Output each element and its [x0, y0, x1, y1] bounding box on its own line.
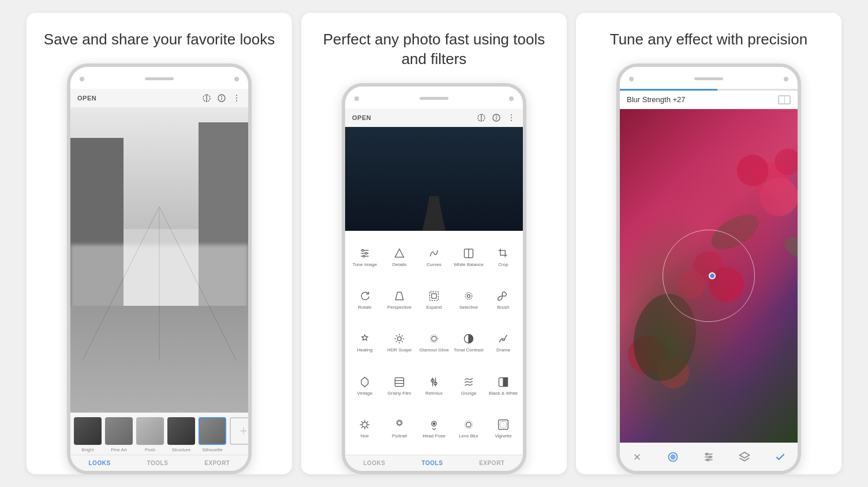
svg-point-52	[433, 423, 435, 425]
nav2-looks[interactable]: LOOKS	[364, 460, 386, 466]
phone2-camera-right	[509, 96, 514, 101]
tool-brush[interactable]: Brush	[486, 278, 521, 321]
svg-point-15	[496, 116, 497, 117]
more-icon[interactable]	[232, 93, 241, 103]
tool-grunge[interactable]: Grunge	[451, 364, 486, 407]
svg-point-32	[465, 293, 472, 299]
tool-selective[interactable]: Selective	[451, 278, 486, 321]
tool-portrait[interactable]: Portrait	[382, 407, 417, 450]
nav2-export[interactable]: EXPORT	[479, 460, 504, 466]
tool-label-tonal: Tonal Contrast	[454, 347, 484, 353]
nav2-tools[interactable]: TOOLS	[422, 460, 443, 466]
svg-point-22	[362, 249, 364, 251]
svg-rect-47	[503, 377, 508, 386]
phone-mockup-3: Blur Strength +27	[616, 63, 801, 474]
cancel-button[interactable]	[629, 449, 645, 465]
tool-glamour[interactable]: Glamour Glow	[417, 321, 451, 364]
tool-tonal[interactable]: Tonal Contrast	[451, 321, 486, 364]
nav-looks[interactable]: LOOKS	[89, 460, 111, 466]
svg-point-33	[398, 337, 402, 341]
tool-label-portrait: Portrait	[392, 433, 407, 439]
tool-drama[interactable]: Drama	[486, 321, 521, 364]
app-bar-icons-2	[477, 113, 516, 122]
card2-app-bar: OPEN	[345, 108, 523, 127]
svg-point-23	[365, 252, 367, 254]
svg-point-73	[672, 456, 674, 458]
tool-wb[interactable]: White Balance	[451, 235, 486, 278]
phone3-top-bar	[620, 67, 798, 89]
nav-tools[interactable]: TOOLS	[147, 460, 169, 466]
svg-line-9	[159, 207, 236, 361]
tool-label-vignette: Vignette	[495, 433, 511, 439]
tool-vignette[interactable]: Vignette	[486, 407, 521, 450]
confirm-button[interactable]	[772, 449, 788, 465]
blue-dot[interactable]	[709, 272, 716, 279]
app-bar-icons	[202, 93, 241, 103]
tool-label-grain: Grainy Film	[388, 391, 411, 396]
tool-grain[interactable]: Grainy Film	[382, 364, 417, 407]
tool-rotate[interactable]: Rotate	[347, 278, 382, 321]
tool-label-headpose: Head Pose	[422, 433, 446, 439]
target-icon[interactable]	[665, 449, 681, 465]
share-icon-2[interactable]	[477, 113, 486, 122]
svg-marker-28	[395, 292, 403, 299]
look-thumb-structure[interactable]	[167, 417, 195, 445]
tool-perspective[interactable]: Perspective	[382, 278, 417, 321]
tool-healing[interactable]: Healing	[347, 321, 382, 364]
layers-icon[interactable]	[736, 449, 753, 465]
compare-icon[interactable]	[778, 95, 791, 104]
look-thumb-bright[interactable]	[74, 417, 102, 445]
share-icon[interactable]	[202, 93, 211, 103]
tool-label-bw: Black & White	[489, 391, 518, 396]
card3-title: Tune any effect with precision	[610, 30, 808, 50]
look-label-push: Push	[136, 447, 164, 452]
tool-label-hdr: HDR Scape	[387, 347, 411, 353]
tool-vintage[interactable]: Vintage	[347, 364, 382, 407]
svg-point-77	[706, 453, 708, 455]
tool-noir[interactable]: Noir	[347, 407, 382, 450]
info-icon[interactable]	[217, 93, 226, 103]
svg-marker-25	[395, 249, 404, 257]
tool-tune-image[interactable]: Tune Image	[347, 235, 382, 278]
tool-label-crop: Crop	[498, 262, 508, 268]
more-icon-2[interactable]	[507, 113, 516, 122]
svg-point-17	[511, 117, 512, 118]
card3-photo	[620, 109, 798, 443]
svg-rect-30	[432, 294, 436, 298]
phone2-top-bar	[345, 87, 523, 108]
look-thumb-fineart[interactable]	[105, 417, 133, 445]
svg-point-37	[502, 339, 504, 340]
svg-point-18	[511, 119, 512, 121]
tool-label-healing: Healing	[357, 347, 372, 353]
tool-lensblur[interactable]: Lens Blur	[451, 407, 486, 450]
tool-expand[interactable]: Expand	[417, 278, 451, 321]
look-thumb-silhouette[interactable]	[199, 417, 226, 445]
tool-label-grunge: Grunge	[461, 391, 477, 396]
look-thumb-push[interactable]	[136, 417, 164, 445]
phone2-camera-left	[354, 96, 359, 101]
tool-bw[interactable]: Black & White	[486, 364, 521, 407]
svg-point-31	[467, 295, 470, 298]
look-add-button[interactable]: +	[230, 417, 248, 445]
look-label-fineart: Fine Art	[105, 447, 133, 452]
svg-point-48	[362, 422, 367, 427]
tool-label-curves: Curves	[426, 262, 441, 268]
nav-export[interactable]: EXPORT	[204, 460, 230, 466]
svg-point-78	[709, 456, 711, 458]
tool-headpose[interactable]: Head Pose	[417, 407, 451, 450]
tool-curves[interactable]: Curves	[417, 235, 451, 278]
silhouette	[422, 196, 446, 231]
cards-container: Save and share your favorite looks OPEN	[0, 0, 868, 487]
svg-rect-39	[395, 377, 404, 386]
tool-retrolux[interactable]: Retrolux	[417, 364, 451, 407]
tool-hdr[interactable]: HDR Scape	[382, 321, 417, 364]
svg-point-24	[363, 255, 365, 257]
look-label-structure: Structure	[167, 447, 195, 452]
info-icon-2[interactable]	[492, 113, 501, 122]
sliders-icon[interactable]	[701, 449, 717, 465]
tool-crop[interactable]: Crop	[486, 235, 521, 278]
tool-details[interactable]: Details	[382, 235, 417, 278]
card2-bottom-nav: LOOKS TOOLS EXPORT	[345, 455, 523, 471]
tool-label-drama: Drama	[496, 347, 510, 353]
svg-point-5	[236, 95, 237, 96]
